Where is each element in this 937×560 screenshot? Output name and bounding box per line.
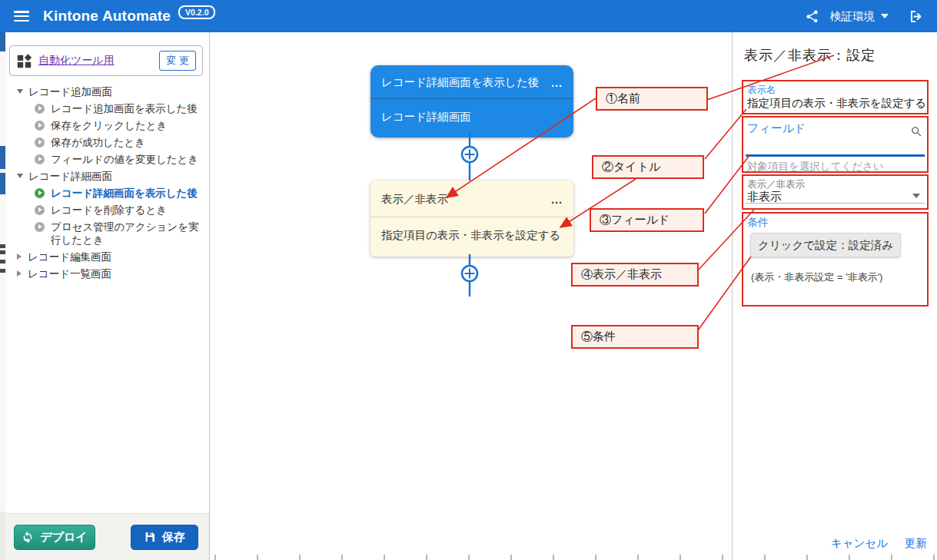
tree-group-label: レコード詳細画面 (28, 170, 112, 183)
deploy-button-label: デプロイ (40, 530, 87, 545)
annotation-box-name: ①名前 (596, 87, 708, 111)
logout-icon[interactable] (909, 8, 925, 25)
tree-item-record-delete[interactable]: レコードを削除するとき (6, 201, 209, 218)
cancel-button[interactable]: キャンセル (831, 536, 888, 551)
select-caret-icon[interactable] (912, 194, 920, 198)
tree-group-label: レコード追加画面 (28, 85, 112, 98)
settings-panel: 表示／非表示：設定 表示名 指定項目の表示・非表示を設定する フィールド 対象項… (732, 32, 937, 560)
tree-item-detail-shown-active[interactable]: レコード詳細画面を表示した後 (6, 184, 209, 201)
caret-right-icon (17, 253, 22, 260)
kintone-automate-window: Kintone Automate V0.2.0 検証環境 自動化ツ (0, 0, 937, 560)
panel-title: 表示／非表示：設定 (744, 46, 876, 65)
condition-section: 条件 クリックで設定：設定済み (表示・非表示設定 = '非表示') (742, 212, 929, 307)
tree-item-label: プロセス管理のアクションを実行したとき (51, 220, 201, 247)
floppy-save-icon (144, 531, 156, 543)
hamburger-menu-icon[interactable] (14, 11, 29, 22)
event-play-icon (35, 205, 45, 215)
annotation-box-title: ②タイトル (592, 155, 704, 179)
field-input-underline (746, 154, 925, 157)
caret-down-icon (17, 89, 23, 94)
top-bar-right: 検証環境 (805, 8, 925, 25)
field-input-placeholder[interactable]: 対象項目を選択してください (747, 160, 884, 174)
tree-item-label: レコードを削除するとき (51, 204, 167, 217)
flow-node-subtitle: レコード詳細画面 (370, 99, 573, 138)
condition-label: 条件 (747, 216, 769, 230)
condition-set-button[interactable]: クリックで設定：設定済み (750, 233, 901, 257)
visibility-select-underline (746, 203, 925, 204)
tree-item-label: レコード詳細画面を表示した後 (51, 187, 198, 200)
flow-node-trigger[interactable]: レコード詳細画面を表示した後 ... レコード詳細画面 (370, 65, 573, 138)
event-play-icon (35, 154, 45, 164)
flow-node-action[interactable]: 表示／非表示 ... 指定項目の表示・非表示を設定する (370, 181, 573, 257)
field-label: フィールド (747, 121, 806, 136)
tree-item-field-changed[interactable]: フィールドの値を変更したとき (6, 151, 209, 167)
event-play-icon (35, 222, 45, 232)
annotation-box-condition: ⑤条件 (571, 325, 699, 349)
tree-group-record-edit[interactable]: レコード編集画面 (6, 248, 209, 265)
tree-group-label: レコード編集画面 (28, 250, 111, 263)
tree-item-save-clicked[interactable]: 保存をクリックしたとき (6, 117, 209, 134)
app-icon (16, 53, 32, 69)
version-badge: V0.2.0 (178, 5, 215, 19)
save-button[interactable]: 保存 (131, 525, 198, 550)
deploy-button[interactable]: デプロイ (14, 525, 95, 550)
panel-actions: キャンセル 更新 (831, 536, 927, 551)
tree-item-process-action[interactable]: プロセス管理のアクションを実行したとき (6, 218, 209, 248)
tree-item-label: 保存をクリックしたとき (51, 119, 167, 132)
display-name-section: 表示名 指定項目の表示・非表示を設定する (742, 80, 929, 114)
tree-item-label: フィールドの値を変更したとき (51, 153, 198, 166)
tree-item-label: レコード追加画面を表示した後 (51, 102, 198, 115)
sidebar-footer: デプロイ 保存 (6, 513, 209, 560)
tree-item-save-success[interactable]: 保存が成功したとき (6, 134, 209, 151)
event-play-icon (35, 138, 45, 147)
tree-group-record-list[interactable]: レコード一覧画面 (6, 265, 209, 282)
event-play-icon (35, 121, 45, 131)
tree-group-label: レコード一覧画面 (28, 267, 111, 280)
caret-right-icon (17, 270, 22, 277)
display-name-value[interactable]: 指定項目の表示・非表示を設定する (747, 96, 926, 111)
app-selector-box: 自動化ツール用 変 更 (9, 45, 203, 76)
event-tree: レコード追加画面 レコード追加画面を表示した後 保存をクリックしたとき 保存が成… (6, 83, 209, 282)
search-icon[interactable] (910, 125, 923, 141)
change-app-button[interactable]: 変 更 (159, 51, 196, 71)
display-name-label: 表示名 (747, 84, 776, 97)
visibility-select-section: 表示／非表示 非表示 (742, 174, 929, 210)
flow-node-title: レコード詳細画面を表示した後 (381, 75, 539, 90)
chevron-down-icon[interactable] (881, 14, 889, 18)
app-title: Kintone Automate (43, 8, 171, 25)
event-play-icon (35, 104, 45, 114)
annotation-box-visibility: ④表示／非表示 (571, 263, 699, 287)
event-play-icon-active (35, 188, 45, 198)
flow-node-title: 表示／非表示 (381, 192, 448, 207)
field-select-section: フィールド 対象項目を選択してください (742, 116, 929, 173)
annotation-box-field: ③フィールド (590, 208, 704, 232)
bottom-edge-ticks (214, 555, 937, 560)
save-button-label: 保存 (162, 530, 185, 545)
node-menu-icon[interactable]: ... (551, 77, 563, 89)
sync-icon (22, 531, 34, 543)
tree-item-label: 保存が成功したとき (51, 136, 145, 149)
node-menu-icon[interactable]: ... (551, 194, 563, 206)
tree-group-record-detail[interactable]: レコード詳細画面 (6, 167, 209, 184)
update-button[interactable]: 更新 (905, 536, 927, 551)
tree-group-record-add[interactable]: レコード追加画面 (6, 83, 209, 100)
top-bar: Kintone Automate V0.2.0 検証環境 (0, 0, 937, 32)
share-icon[interactable] (805, 9, 819, 24)
caret-down-icon (17, 174, 23, 178)
tree-item-add-shown[interactable]: レコード追加画面を表示した後 (6, 100, 209, 117)
sidebar: 自動化ツール用 変 更 レコード追加画面 レコード追加画面を表示した後 保存をク… (6, 32, 210, 560)
condition-expression: (表示・非表示設定 = '非表示') (751, 270, 882, 284)
app-name-link[interactable]: 自動化ツール用 (38, 54, 115, 68)
flow-node-subtitle: 指定項目の表示・非表示を設定する (370, 217, 573, 257)
environment-selector[interactable]: 検証環境 (830, 9, 875, 24)
